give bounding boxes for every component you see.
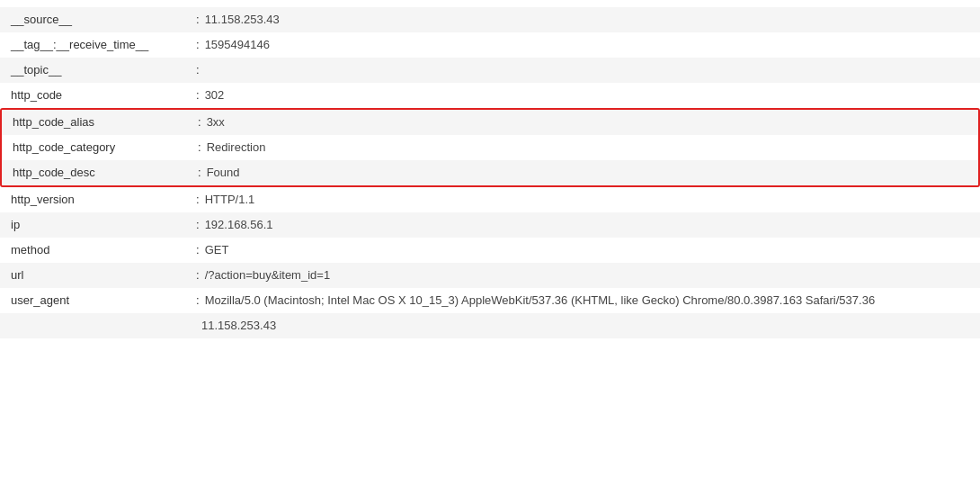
log-separator: : — [196, 11, 200, 29]
log-value: Found — [207, 164, 967, 182]
log-container: __source__ : 11.158.253.43 __tag__:__rec… — [0, 0, 980, 346]
log-value: 1595494146 — [205, 36, 969, 54]
log-value: Mozilla/5.0 (Macintosh; Intel Mac OS X 1… — [205, 292, 969, 310]
log-row-highlighted: http_code_category : Redirection — [2, 135, 978, 160]
log-value: 11.158.253.43 — [201, 317, 969, 335]
log-value: /?action=buy&item_id=1 — [205, 266, 969, 284]
log-row: __source__ : 11.158.253.43 — [0, 7, 980, 32]
log-separator: : — [196, 292, 200, 310]
log-value: 3xx — [207, 113, 967, 131]
log-separator: : — [196, 191, 200, 209]
log-key: http_code_alias — [13, 113, 192, 131]
log-key: __topic__ — [11, 61, 191, 79]
log-separator: : — [198, 164, 201, 182]
log-key: __source__ — [11, 11, 191, 29]
log-key: ip — [11, 216, 191, 234]
log-separator: : — [196, 266, 200, 284]
log-key: http_code_category — [13, 139, 192, 157]
log-value: GET — [205, 241, 969, 259]
log-separator: : — [196, 216, 200, 234]
log-row: method : GET — [0, 238, 980, 263]
log-separator: : — [196, 241, 200, 259]
log-separator: : — [196, 36, 200, 54]
log-row: user_agent : Mozilla/5.0 (Macintosh; Int… — [0, 288, 980, 313]
log-row: http_version : HTTP/1.1 — [0, 187, 980, 212]
log-key: http_code — [11, 86, 191, 104]
log-value: Redirection — [207, 139, 967, 157]
log-separator: : — [196, 61, 200, 79]
log-separator: : — [198, 139, 201, 157]
log-value: HTTP/1.1 — [205, 191, 969, 209]
log-row: ip : 192.168.56.1 — [0, 212, 980, 238]
log-row-highlighted: http_code_alias : 3xx — [2, 110, 978, 135]
log-key: http_code_desc — [13, 164, 192, 182]
highlighted-group: http_code_alias : 3xx http_code_category… — [0, 108, 980, 187]
log-row: __tag__:__receive_time__ : 1595494146 — [0, 32, 980, 58]
log-key: method — [11, 241, 191, 259]
log-value: 11.158.253.43 — [205, 11, 969, 29]
log-row-footer: 11.158.253.43 — [0, 313, 980, 338]
log-key: __tag__:__receive_time__ — [11, 36, 191, 54]
log-row-highlighted: http_code_desc : Found — [2, 160, 978, 185]
log-separator: : — [196, 86, 200, 104]
log-value: 192.168.56.1 — [205, 216, 969, 234]
log-separator: : — [198, 113, 201, 131]
log-key: user_agent — [11, 292, 191, 310]
log-key: url — [11, 266, 191, 284]
log-value: 302 — [205, 86, 969, 104]
log-row: url : /?action=buy&item_id=1 — [0, 263, 980, 288]
log-row: __topic__ : — [0, 58, 980, 83]
log-key: http_version — [11, 191, 191, 209]
log-row: http_code : 302 — [0, 83, 980, 108]
